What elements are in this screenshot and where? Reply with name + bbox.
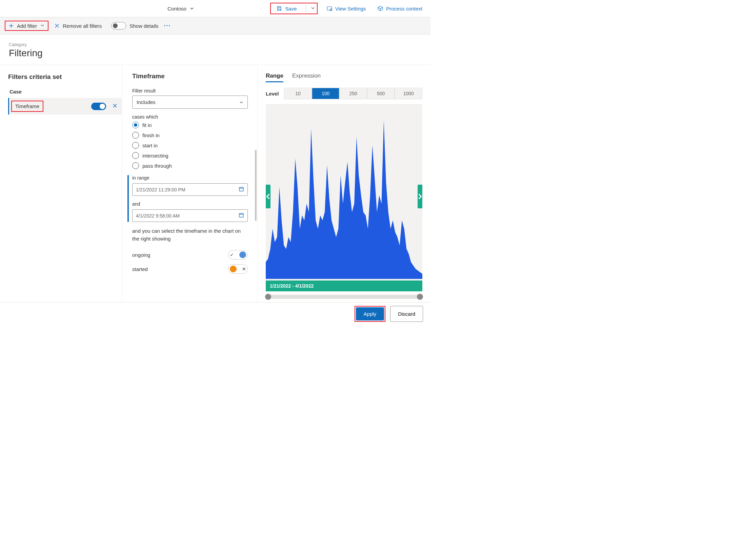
chevron-down-icon: [40, 23, 44, 27]
chevron-down-icon: [239, 100, 243, 104]
add-filter-chevron[interactable]: [40, 23, 44, 29]
range-slider[interactable]: [266, 295, 422, 299]
radio-start-in[interactable]: start in: [132, 142, 248, 149]
plus-icon: [8, 23, 14, 29]
range-handle-right[interactable]: [418, 185, 422, 208]
filter-result-value: Includes: [137, 99, 156, 105]
level-250[interactable]: 250: [339, 88, 367, 99]
end-date-value: 4/1/2022 9:58:00 AM: [136, 213, 180, 219]
apply-highlight: Apply: [355, 306, 386, 322]
filters-criteria-title: Filters criteria set: [8, 73, 122, 81]
level-row: Level 10 100 250 500 1000: [266, 88, 422, 99]
filter-name-label: Timeframe: [15, 103, 39, 109]
cube-icon: [377, 5, 383, 12]
filters-section-case: Case: [8, 89, 122, 95]
tab-expression[interactable]: Expression: [292, 72, 321, 82]
process-context-label: Process context: [386, 6, 422, 12]
legend-ongoing-toggle[interactable]: ✓: [228, 250, 248, 260]
bottom-bar: Apply Discard: [0, 302, 430, 325]
radio-finish-in[interactable]: finish in: [132, 132, 248, 139]
filter-remove-button[interactable]: [112, 103, 118, 110]
category-label: Category: [9, 42, 422, 47]
category-title: Filtering: [9, 48, 422, 59]
timeframe-title: Timeframe: [132, 72, 248, 80]
view-settings-icon: [326, 5, 333, 12]
top-bar: Contoso Save View Settings Process conte…: [0, 0, 430, 17]
legend-started-toggle[interactable]: ✕: [228, 264, 248, 274]
radio-start-in-label: start in: [142, 143, 158, 148]
legend-ongoing-label: ongoing: [132, 252, 150, 258]
save-button-highlight: Save: [270, 3, 317, 14]
start-date-value: 1/21/2022 11:29:00 PM: [136, 187, 185, 192]
level-100[interactable]: 100: [312, 88, 340, 99]
main-area: Filters criteria set Case Timeframe Time…: [0, 65, 430, 302]
category-header: Category Filtering: [0, 35, 430, 65]
range-chart[interactable]: 1/21/2022 - 4/1/2022: [266, 104, 422, 291]
radio-fit-in[interactable]: fit in: [132, 122, 248, 128]
range-handle-left[interactable]: [266, 185, 270, 208]
chevron-down-icon: [311, 6, 315, 10]
filter-toolbar: Add filter Remove all filters Show detai…: [0, 17, 430, 35]
radio-pass-through-label: pass through: [142, 163, 172, 169]
save-label: Save: [285, 6, 297, 12]
show-details-label: Show details: [129, 23, 158, 29]
cases-which-radiogroup: fit in finish in start in intersecting p…: [132, 122, 248, 169]
start-date-input[interactable]: 1/21/2022 11:29:00 PM: [132, 183, 248, 196]
remove-all-filters-button[interactable]: Remove all filters: [54, 23, 102, 29]
level-label: Level: [266, 91, 279, 97]
view-settings-label: View Settings: [335, 6, 366, 12]
svg-rect-2: [239, 187, 243, 191]
close-icon: [54, 23, 60, 29]
filter-name-highlight: Timeframe: [11, 101, 43, 112]
svg-rect-3: [239, 213, 243, 217]
radio-pass-through[interactable]: pass through: [132, 162, 248, 169]
level-1000[interactable]: 1000: [395, 88, 422, 99]
remove-all-label: Remove all filters: [63, 23, 102, 29]
filter-result-select[interactable]: Includes: [132, 96, 248, 109]
add-filter-label: Add filter: [17, 23, 37, 29]
radio-intersecting[interactable]: intersecting: [132, 152, 248, 159]
show-details-toggle[interactable]: [111, 22, 126, 29]
slider-thumb-right[interactable]: [417, 294, 423, 300]
end-date-input[interactable]: 4/1/2022 9:58:00 AM: [132, 209, 248, 222]
legend-started-row: started ✕: [132, 264, 248, 274]
filter-enabled-toggle[interactable]: [91, 103, 106, 110]
chart-tabs: Range Expression: [266, 72, 422, 82]
add-filter-button[interactable]: Add filter: [8, 23, 37, 29]
more-menu-button[interactable]: ···: [164, 22, 171, 29]
close-icon: [112, 103, 118, 108]
add-filter-highlight: Add filter: [5, 21, 48, 31]
calendar-icon[interactable]: [239, 212, 244, 219]
apply-button[interactable]: Apply: [356, 307, 384, 320]
chart-help-text: and you can select the timeframe in the …: [132, 227, 248, 243]
filter-row-timeframe[interactable]: Timeframe: [8, 98, 122, 115]
cases-which-label: cases which: [132, 114, 248, 120]
save-chevron[interactable]: [311, 5, 315, 12]
radio-fit-in-label: fit in: [142, 122, 152, 128]
tab-range[interactable]: Range: [266, 72, 283, 82]
save-icon: [276, 5, 282, 12]
scrollbar-thumb[interactable]: [255, 150, 257, 221]
radio-finish-in-label: finish in: [142, 132, 160, 138]
top-actions: Save View Settings Process context: [270, 3, 425, 14]
in-range-label: in range: [132, 175, 248, 181]
level-buttons: 10 100 250 500 1000: [284, 88, 422, 99]
range-block: in range 1/21/2022 11:29:00 PM and 4/1/2…: [127, 175, 248, 222]
level-10[interactable]: 10: [284, 88, 312, 99]
and-label: and: [132, 201, 248, 207]
process-context-button[interactable]: Process context: [375, 4, 425, 13]
save-button[interactable]: Save: [274, 4, 299, 13]
legend-started-label: started: [132, 266, 148, 272]
slider-thumb-left[interactable]: [265, 294, 271, 300]
level-500[interactable]: 500: [367, 88, 395, 99]
discard-button[interactable]: Discard: [390, 306, 423, 322]
chevron-down-icon: [190, 6, 194, 11]
view-settings-button[interactable]: View Settings: [324, 4, 369, 13]
date-range-caption: 1/21/2022 - 4/1/2022: [266, 281, 422, 291]
org-dropdown[interactable]: Contoso: [165, 4, 197, 14]
calendar-icon[interactable]: [239, 186, 244, 193]
area-chart-svg: [266, 104, 422, 291]
chart-panel: Range Expression Level 10 100 250 500 10…: [258, 65, 430, 302]
radio-intersecting-label: intersecting: [142, 153, 168, 159]
legend-ongoing-row: ongoing ✓: [132, 250, 248, 260]
